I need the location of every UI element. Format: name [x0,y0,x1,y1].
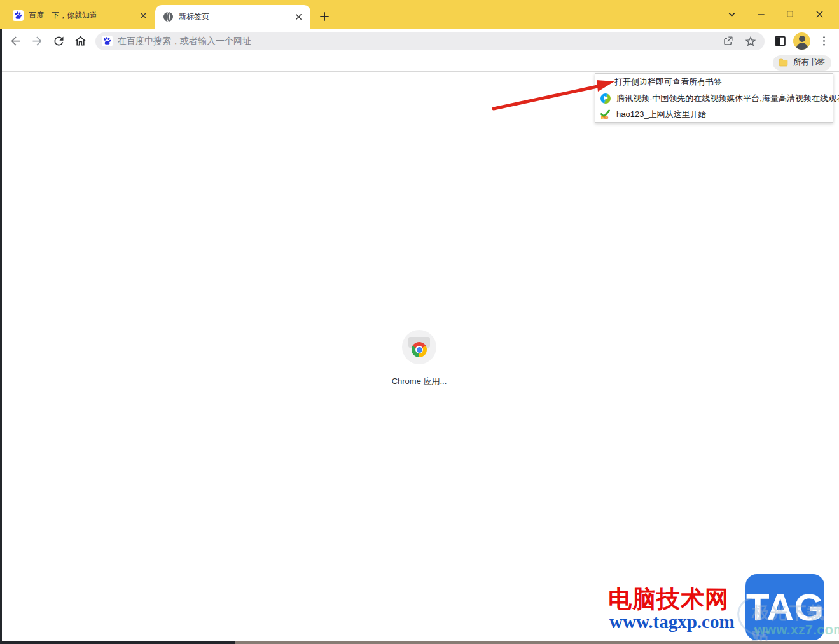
screen-left-edge [0,29,2,644]
screen-bottom-edge-dark [0,641,235,644]
screen-bottom-edge-brown [235,641,839,644]
tab-search-chevron-icon[interactable] [717,4,746,24]
menu-kebab-icon[interactable] [814,31,834,51]
watermark-faint-url: www.xz7.com [754,622,839,638]
bookmarks-dropdown: 打开侧边栏即可查看所有书签 腾讯视频-中国领先的在线视频媒体平台,海量高清视频在… [595,73,833,123]
browser-window: 百度一下，你就知道 新标签页 [0,0,839,644]
address-bar[interactable]: 在百度中搜索，或者输入一个网址 [95,32,765,50]
minimize-button[interactable] [746,4,775,24]
dropdown-item-label: 打开侧边栏即可查看所有书签 [614,76,722,88]
all-bookmarks-button[interactable]: 所有书签 [773,55,831,71]
address-bar-placeholder: 在百度中搜索，或者输入一个网址 [118,36,714,47]
tab-title: 百度一下，你就知道 [29,10,132,21]
toolbar: 在百度中搜索，或者输入一个网址 [0,29,839,53]
new-tab-button[interactable] [315,8,333,25]
dropdown-item-label: 腾讯视频-中国领先的在线视频媒体平台,海量高清视频在线观看 [616,93,839,104]
share-icon[interactable] [719,32,737,50]
side-panel-icon[interactable] [770,31,790,51]
chrome-logo-icon [412,342,427,357]
folder-icon [778,57,789,68]
chrome-apps-label: Chrome 应用... [384,376,455,387]
dropdown-item-tencent-video[interactable]: 腾讯视频-中国领先的在线视频媒体平台,海量高清视频在线观看 [595,90,833,106]
baidu-favicon [13,10,24,21]
baidu-search-icon [102,36,113,46]
watermark-site-name: 电脑技术网 [608,584,729,615]
window-controls [717,3,834,25]
tab-close-icon[interactable] [137,10,149,21]
titlebar: 百度一下，你就知道 新标签页 [0,0,839,29]
chrome-apps-shortcut[interactable]: Chrome 应用... [384,330,455,387]
home-button[interactable] [70,31,90,51]
forward-button[interactable] [27,31,47,51]
tab-new-tab[interactable]: 新标签页 [155,5,310,29]
dropdown-item-open-sidebar[interactable]: 打开侧边栏即可查看所有书签 [595,74,833,90]
svg-text:hao: hao [601,115,609,120]
maximize-button[interactable] [775,4,805,24]
bookmark-star-icon[interactable] [742,32,759,50]
profile-avatar[interactable] [793,32,810,50]
tab-baidu[interactable]: 百度一下，你就知道 [5,6,155,25]
new-tab-page: Chrome 应用... [0,72,839,644]
all-bookmarks-label: 所有书签 [793,57,825,68]
tab-close-icon[interactable] [293,11,304,23]
back-button[interactable] [5,31,25,51]
bookmarks-bar: 所有书签 [0,53,839,72]
tab-title: 新标签页 [179,11,288,22]
globe-icon [163,11,174,22]
reload-button[interactable] [48,31,69,51]
dropdown-item-hao123[interactable]: hao hao123_上网从这里开始 [595,106,833,122]
dropdown-item-label: hao123_上网从这里开始 [616,109,707,120]
annotation-arrow [489,75,619,114]
watermark-site-url: www.tagxp.com [609,612,735,633]
close-window-button[interactable] [805,4,834,24]
chrome-apps-icon [402,330,436,364]
